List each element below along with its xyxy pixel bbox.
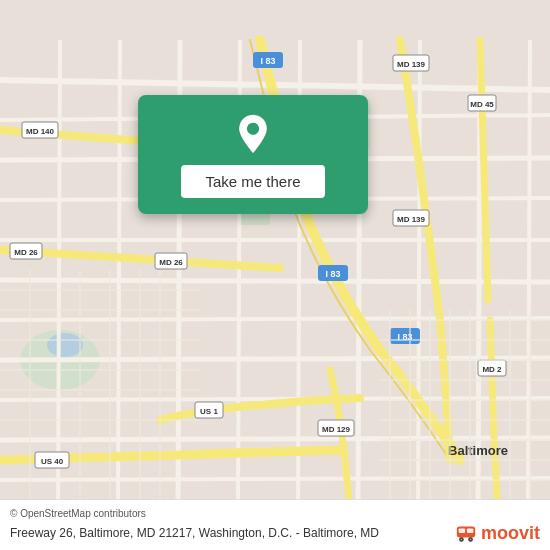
svg-text:MD 139: MD 139 (397, 60, 426, 69)
svg-point-4 (47, 333, 83, 357)
svg-text:MD 26: MD 26 (14, 248, 38, 257)
svg-rect-83 (467, 528, 473, 533)
svg-text:I 83: I 83 (260, 56, 275, 66)
moovit-logo: moovit (455, 522, 540, 544)
svg-line-16 (58, 40, 60, 510)
svg-point-86 (460, 539, 462, 541)
svg-text:US 1: US 1 (200, 407, 218, 416)
svg-line-17 (118, 40, 120, 510)
map-background: I 83 MD 139 MD 140 MD 26 US 1 US 40 MD 1… (0, 0, 550, 550)
location-pin-icon (232, 113, 274, 155)
svg-text:MD 2: MD 2 (482, 365, 502, 374)
main-container: I 83 MD 139 MD 140 MD 26 US 1 US 40 MD 1… (0, 0, 550, 550)
svg-text:MD 140: MD 140 (26, 127, 55, 136)
moovit-icon (455, 522, 477, 544)
svg-text:Baltimore: Baltimore (448, 443, 508, 458)
svg-rect-82 (459, 528, 465, 533)
attribution-text: © OpenStreetMap contributors (10, 508, 540, 519)
take-me-there-button[interactable]: Take me there (181, 165, 324, 198)
address-text: Freeway 26, Baltimore, MD 21217, Washing… (10, 526, 455, 540)
svg-text:MD 26: MD 26 (159, 258, 183, 267)
svg-text:MD 129: MD 129 (322, 425, 351, 434)
bottom-bar: © OpenStreetMap contributors Freeway 26,… (0, 499, 550, 550)
moovit-label: moovit (481, 523, 540, 544)
svg-point-80 (247, 123, 259, 135)
svg-point-87 (470, 539, 472, 541)
svg-line-10 (0, 280, 550, 282)
svg-text:MD 139: MD 139 (397, 215, 426, 224)
svg-text:I 83: I 83 (325, 269, 340, 279)
svg-text:MD 45: MD 45 (470, 100, 494, 109)
svg-text:US 40: US 40 (41, 457, 64, 466)
location-card: Take me there (138, 95, 368, 214)
